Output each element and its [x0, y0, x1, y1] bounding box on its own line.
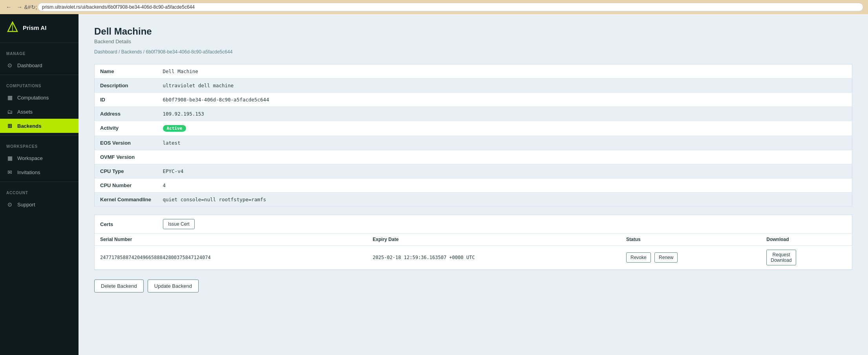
certs-table: Serial Number Expiry Date Status Downloa… [95, 234, 852, 270]
update-backend-button[interactable]: Update Backend [148, 280, 199, 292]
detail-value-activity: Active [157, 121, 852, 136]
page-title: Dell Machine [94, 26, 852, 37]
sidebar-item-backends[interactable]: ⊞ Backends [0, 119, 79, 133]
detail-label-address: Address [95, 107, 157, 121]
sidebar-item-backends-label: Backends [17, 123, 41, 129]
sidebar-item-workspace-label: Workspace [17, 155, 43, 161]
detail-label-cpu-number: CPU Number [95, 178, 157, 193]
certs-col-expiry: Expiry Date [367, 234, 621, 246]
sidebar-item-invitations[interactable]: ✉ Invitations [0, 165, 79, 179]
address-bar[interactable] [38, 3, 863, 11]
logo-icon [6, 21, 19, 34]
app-container: Prism AI MANAGE ⊙ Dashboard COMPUTATIONS… [0, 14, 868, 355]
detail-label-kernel-commandline: Kernel Commandline [95, 193, 157, 207]
detail-value-name: Dell Machine [157, 64, 852, 79]
detail-label-cpu-type: CPU Type [95, 164, 157, 178]
activity-badge: Active [163, 125, 186, 132]
computations-icon: ▦ [6, 94, 13, 101]
detail-row-ovmf-version: OVMF Version [95, 150, 852, 164]
detail-row-description: Description ultraviolet dell machine [95, 79, 852, 93]
sidebar-item-assets[interactable]: 🗂 Assets [0, 105, 79, 119]
sidebar-item-dashboard-label: Dashboard [17, 63, 42, 68]
back-button[interactable]: ← [5, 3, 13, 11]
section-label-workspaces: WORKSPACES [0, 138, 79, 151]
certs-label: Certs [100, 221, 163, 227]
sidebar-item-support[interactable]: ⊙ Support [0, 197, 79, 212]
sidebar-item-dashboard[interactable]: ⊙ Dashboard [0, 58, 79, 72]
breadcrumb-backends[interactable]: Backends [121, 49, 142, 55]
dashboard-icon: ⊙ [6, 62, 13, 69]
support-icon: ⊙ [6, 201, 13, 208]
forward-button[interactable]: → [16, 3, 24, 11]
sidebar-item-assets-label: Assets [17, 109, 33, 115]
main-content: Dell Machine Backend Details Dashboard /… [79, 14, 868, 355]
detail-value-cpu-type: EPYC-v4 [157, 164, 852, 178]
detail-row-name: Name Dell Machine [95, 64, 852, 79]
section-label-computations: COMPUTATIONS [0, 77, 79, 90]
backends-icon: ⊞ [6, 122, 13, 129]
details-table: Name Dell Machine Description ultraviole… [94, 64, 852, 207]
content-area: Dell Machine Backend Details Dashboard /… [79, 14, 868, 355]
detail-value-description: ultraviolet dell machine [157, 79, 852, 93]
detail-value-eos-version: latest [157, 136, 852, 150]
section-label-account: ACCOUNT [0, 184, 79, 197]
workspace-icon: ▦ [6, 155, 13, 162]
detail-label-ovmf-version: OVMF Version [95, 150, 157, 164]
detail-label-name: Name [95, 64, 157, 79]
detail-row-cpu-number: CPU Number 4 [95, 178, 852, 193]
sidebar: Prism AI MANAGE ⊙ Dashboard COMPUTATIONS… [0, 14, 79, 355]
cert-expiry-1: 2025-02-18 12:59:36.163507 +0000 UTC [367, 246, 621, 270]
sidebar-item-workspace[interactable]: ▦ Workspace [0, 151, 79, 165]
breadcrumb-dashboard[interactable]: Dashboard [94, 49, 117, 55]
detail-row-address: Address 109.92.195.153 [95, 107, 852, 121]
breadcrumb-id: 6b0f7908-be34-406d-8c90-a5facde5c644 [146, 49, 232, 55]
detail-row-cpu-type: CPU Type EPYC-v4 [95, 164, 852, 178]
certs-col-download: Download [761, 234, 852, 246]
request-download-button[interactable]: RequestDownload [766, 250, 796, 265]
page-subtitle: Backend Details [94, 39, 852, 44]
browser-chrome: ← → &#↻; [0, 0, 868, 14]
invitations-icon: ✉ [6, 169, 13, 176]
detail-row-eos-version: EOS Version latest [95, 136, 852, 150]
sidebar-item-support-label: Support [17, 202, 35, 208]
detail-label-id: ID [95, 93, 157, 107]
cert-download-1: RequestDownload [761, 246, 852, 270]
detail-label-activity: Activity [95, 121, 157, 136]
assets-icon: 🗂 [6, 108, 13, 115]
detail-label-eos-version: EOS Version [95, 136, 157, 150]
issue-cert-button[interactable]: Issue Cert [163, 219, 195, 229]
cert-row-1: 247717858874204966588842800375847124074 … [95, 246, 852, 270]
sidebar-item-invitations-label: Invitations [17, 169, 40, 175]
detail-value-ovmf-version [157, 150, 852, 164]
detail-row-activity: Activity Active [95, 121, 852, 136]
detail-value-kernel-commandline: quiet console=null rootfstype=ramfs [157, 193, 852, 207]
refresh-button[interactable]: &#↻; [27, 3, 35, 11]
renew-button[interactable]: Renew [654, 252, 678, 263]
revoke-button[interactable]: Revoke [626, 252, 651, 263]
cert-status-1: Revoke Renew [621, 246, 761, 270]
delete-backend-button[interactable]: Delete Backend [94, 280, 144, 292]
breadcrumb: Dashboard / Backends / 6b0f7908-be34-406… [94, 49, 852, 55]
detail-value-cpu-number: 4 [157, 178, 852, 193]
bottom-actions: Delete Backend Update Backend [94, 280, 852, 292]
detail-label-description: Description [95, 79, 157, 93]
certs-section: Certs Issue Cert Serial Number Expiry Da… [94, 215, 852, 270]
detail-row-id: ID 6b0f7908-be34-406d-8c90-a5facde5c644 [95, 93, 852, 107]
certs-table-header: Serial Number Expiry Date Status Downloa… [95, 234, 852, 246]
certs-col-status: Status [621, 234, 761, 246]
sidebar-item-computations-label: Computations [17, 95, 49, 101]
detail-value-address: 109.92.195.153 [157, 107, 852, 121]
cert-serial-1: 247717858874204966588842800375847124074 [95, 246, 367, 270]
section-label-manage: MANAGE [0, 45, 79, 58]
detail-row-kernel-commandline: Kernel Commandline quiet console=null ro… [95, 193, 852, 207]
app-logo: Prism AI [0, 14, 79, 40]
detail-value-id: 6b0f7908-be34-406d-8c90-a5facde5c644 [157, 93, 852, 107]
certs-col-serial: Serial Number [95, 234, 367, 246]
sidebar-item-computations[interactable]: ▦ Computations [0, 90, 79, 105]
certs-issue-area: Issue Cert [163, 219, 195, 229]
logo-text: Prism AI [23, 24, 46, 31]
